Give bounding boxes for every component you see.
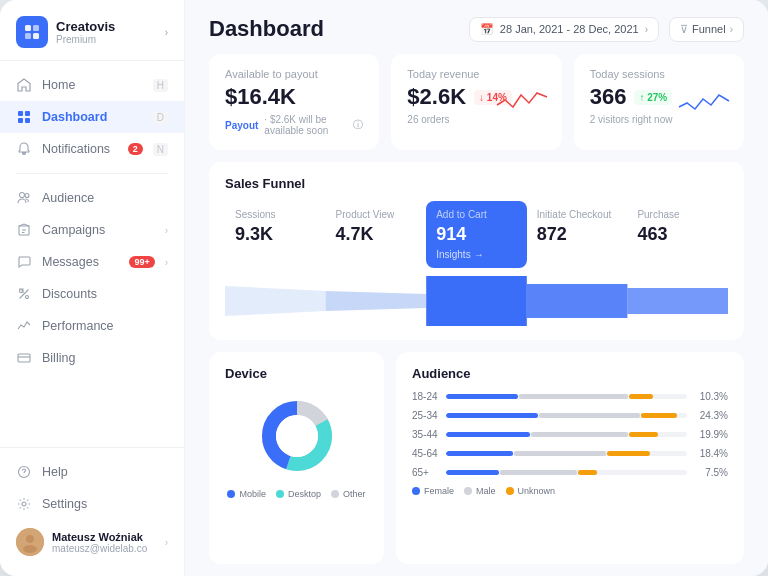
female-dot bbox=[412, 487, 420, 495]
settings-label: Settings bbox=[42, 497, 168, 511]
header-controls: 📅 28 Jan, 2021 - 28 Dec, 2021 › ⊽ Funnel… bbox=[469, 17, 744, 42]
svg-rect-21 bbox=[426, 276, 527, 326]
funnel-stages: Sessions 9.3K Product View 4.7K Add to C… bbox=[225, 201, 728, 268]
messages-label: Messages bbox=[42, 255, 119, 269]
sidebar-item-performance[interactable]: Performance bbox=[0, 310, 184, 342]
svg-rect-5 bbox=[25, 111, 30, 116]
user-email: mateusz@widelab.co bbox=[52, 543, 157, 554]
payout-sub-label: Payout bbox=[225, 120, 258, 131]
bar-female-35-44 bbox=[446, 432, 530, 437]
funnel-icon: ⊽ bbox=[680, 23, 688, 36]
user-avatar bbox=[16, 528, 44, 556]
user-profile[interactable]: Mateusz Woźniak mateusz@widelab.co › bbox=[0, 520, 184, 564]
sales-funnel-section: Sales Funnel Sessions 9.3K Product View … bbox=[209, 162, 744, 340]
add-to-cart-insight[interactable]: Insights → bbox=[436, 249, 517, 260]
settings-icon bbox=[16, 496, 32, 512]
stat-card-payout: Available to payout $16.4K Payout · $2.6… bbox=[209, 54, 379, 150]
svg-point-28 bbox=[276, 415, 318, 457]
audience-row-45-64: 45-64 18.4% bbox=[412, 448, 728, 459]
svg-marker-19 bbox=[225, 286, 326, 316]
checkout-stage-value: 872 bbox=[537, 224, 618, 245]
svg-point-15 bbox=[22, 502, 26, 506]
pct-18-24: 10.3% bbox=[693, 391, 728, 402]
unknown-dot bbox=[506, 487, 514, 495]
bar-track-45-64 bbox=[446, 451, 687, 456]
donut-chart bbox=[252, 391, 342, 481]
age-label-35-44: 35-44 bbox=[412, 429, 440, 440]
sidebar-item-notifications[interactable]: Notifications 2 N bbox=[0, 133, 184, 165]
svg-rect-23 bbox=[627, 288, 728, 314]
sidebar-item-campaigns[interactable]: Campaigns › bbox=[0, 214, 184, 246]
add-to-cart-stage-label: Add to Cart bbox=[436, 209, 517, 220]
donut-chart-container bbox=[225, 391, 368, 481]
dashboard-shortcut: D bbox=[153, 111, 168, 124]
mobile-dot bbox=[227, 490, 235, 498]
funnel-stage-sessions: Sessions 9.3K bbox=[225, 201, 326, 268]
sidebar-item-dashboard[interactable]: Dashboard D bbox=[0, 101, 184, 133]
audience-card: Audience 18-24 10.3% bbox=[396, 352, 744, 564]
legend-mobile: Mobile bbox=[227, 489, 266, 499]
brand-chevron-icon: › bbox=[165, 27, 168, 38]
pct-35-44: 19.9% bbox=[693, 429, 728, 440]
audience-row-25-34: 25-34 24.3% bbox=[412, 410, 728, 421]
sidebar-item-help[interactable]: Help bbox=[0, 456, 184, 488]
bar-male-45-64 bbox=[514, 451, 606, 456]
sidebar-item-discounts[interactable]: Discounts bbox=[0, 278, 184, 310]
bar-female-45-64 bbox=[446, 451, 513, 456]
nav-divider-1 bbox=[16, 173, 168, 174]
sidebar-item-home[interactable]: Home H bbox=[0, 69, 184, 101]
sidebar-item-settings[interactable]: Settings bbox=[0, 488, 184, 520]
bar-female-18-24 bbox=[446, 394, 518, 399]
funnel-stage-product-view: Product View 4.7K bbox=[326, 201, 427, 268]
purchase-stage-label: Purchase bbox=[637, 209, 718, 220]
messages-chevron-icon: › bbox=[165, 257, 168, 268]
bar-unknown-35-44 bbox=[629, 432, 658, 437]
audience-title: Audience bbox=[412, 366, 728, 381]
notifications-icon bbox=[16, 141, 32, 157]
sidebar-bottom: Help Settings Mateusz Woźniak mateusz@wi… bbox=[0, 447, 184, 576]
pct-25-34: 24.3% bbox=[693, 410, 728, 421]
sessions-value: 366 bbox=[590, 84, 627, 110]
device-title: Device bbox=[225, 366, 368, 381]
messages-badge: 99+ bbox=[129, 256, 154, 268]
bar-unknown-65plus bbox=[578, 470, 597, 475]
sessions-label: Today sessions bbox=[590, 68, 728, 80]
billing-icon bbox=[16, 350, 32, 366]
svg-point-17 bbox=[26, 535, 34, 543]
revenue-sub: 26 orders bbox=[407, 114, 449, 125]
audience-label: Audience bbox=[42, 191, 168, 205]
sidebar-item-billing[interactable]: Billing bbox=[0, 342, 184, 374]
bar-group-25-34 bbox=[446, 413, 687, 418]
notifications-label: Notifications bbox=[42, 142, 118, 156]
sessions-sub: 2 visitors right now bbox=[590, 114, 673, 125]
sessions-change: ↑ 27% bbox=[634, 90, 672, 105]
brand-header[interactable]: Creatovis Premium › bbox=[0, 0, 184, 61]
sidebar-item-audience[interactable]: Audience bbox=[0, 182, 184, 214]
revenue-value: $2.6K bbox=[407, 84, 466, 110]
stat-card-sessions: Today sessions 366 ↑ 27% 2 visitors righ… bbox=[574, 54, 744, 150]
svg-marker-20 bbox=[326, 291, 427, 311]
svg-rect-2 bbox=[25, 33, 31, 39]
svg-rect-6 bbox=[18, 118, 23, 123]
audience-icon bbox=[16, 190, 32, 206]
campaigns-chevron-icon: › bbox=[165, 225, 168, 236]
date-range-picker[interactable]: 📅 28 Jan, 2021 - 28 Dec, 2021 › bbox=[469, 17, 659, 42]
sidebar-item-messages[interactable]: Messages 99+ › bbox=[0, 246, 184, 278]
product-view-stage-value: 4.7K bbox=[336, 224, 417, 245]
payout-info-icon[interactable]: ⓘ bbox=[353, 118, 363, 132]
desktop-label: Desktop bbox=[288, 489, 321, 499]
male-label: Male bbox=[476, 486, 496, 496]
payout-sub-note: · $2.6K will be available soon bbox=[264, 114, 347, 136]
bar-male-65plus bbox=[500, 470, 577, 475]
performance-icon bbox=[16, 318, 32, 334]
funnel-label: Funnel bbox=[692, 23, 726, 35]
funnel-filter-button[interactable]: ⊽ Funnel › bbox=[669, 17, 744, 42]
insight-arrow-icon: → bbox=[474, 249, 484, 260]
sidebar: Creatovis Premium › Home H Dashboard D bbox=[0, 0, 185, 576]
other-dot bbox=[331, 490, 339, 498]
bar-track-25-34 bbox=[446, 413, 687, 418]
bar-group-18-24 bbox=[446, 394, 687, 399]
revenue-label: Today revenue bbox=[407, 68, 545, 80]
desktop-dot bbox=[276, 490, 284, 498]
user-name: Mateusz Woźniak bbox=[52, 531, 157, 543]
